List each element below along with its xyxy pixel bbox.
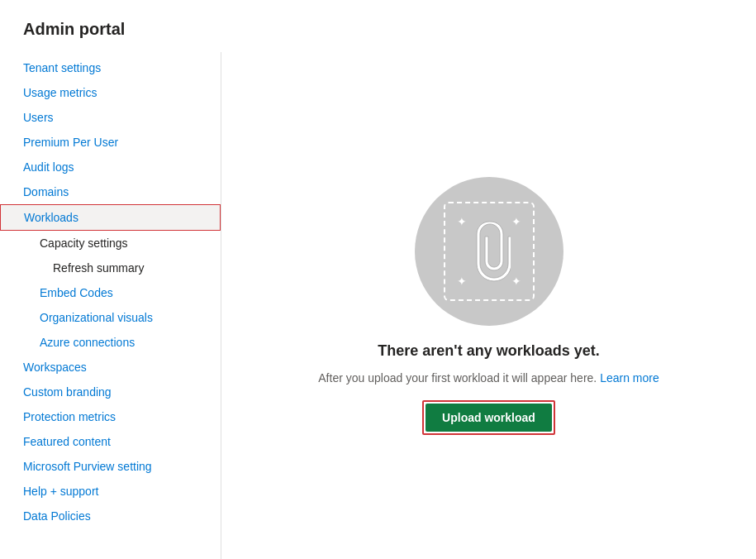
sidebar-item-protection-metrics[interactable]: Protection metrics: [0, 404, 221, 429]
page-title: Admin portal: [0, 0, 756, 52]
upload-workload-button[interactable]: Upload workload: [426, 404, 552, 432]
sidebar-item-capacity-settings[interactable]: Capacity settings: [0, 231, 221, 256]
sidebar-item-workspaces[interactable]: Workspaces: [0, 355, 221, 380]
sidebar-item-featured-content[interactable]: Featured content: [0, 429, 221, 454]
sparkle-bl: ✦: [457, 275, 467, 288]
paperclip-icon: [468, 218, 511, 284]
sparkle-br: ✦: [511, 275, 521, 288]
sidebar-item-audit-logs[interactable]: Audit logs: [0, 155, 221, 179]
learn-more-link[interactable]: Learn more: [600, 371, 659, 385]
sidebar-item-users[interactable]: Users: [0, 105, 221, 130]
main-content: ✦ ✦ ✦ ✦ There aren't any workloads yet. …: [221, 52, 756, 559]
sidebar-item-refresh-summary[interactable]: Refresh summary: [0, 256, 221, 280]
empty-icon-circle: ✦ ✦ ✦ ✦: [415, 177, 563, 326]
empty-state: ✦ ✦ ✦ ✦ There aren't any workloads yet. …: [318, 177, 659, 435]
sidebar-item-data-policies[interactable]: Data Policies: [0, 504, 221, 528]
dashed-box: ✦ ✦ ✦ ✦: [444, 202, 535, 301]
sparkle-tr: ✦: [511, 215, 521, 228]
sidebar-item-custom-branding[interactable]: Custom branding: [0, 380, 221, 404]
sidebar-item-embed-codes[interactable]: Embed Codes: [0, 280, 221, 305]
sidebar-item-usage-metrics[interactable]: Usage metrics: [0, 80, 221, 105]
sidebar-item-tenant-settings[interactable]: Tenant settings: [0, 55, 221, 80]
sidebar-item-organizational-visuals[interactable]: Organizational visuals: [0, 305, 221, 330]
upload-btn-wrapper: Upload workload: [422, 400, 555, 435]
sidebar-item-domains[interactable]: Domains: [0, 179, 221, 204]
sidebar: Tenant settingsUsage metricsUsersPremium…: [0, 52, 221, 559]
sidebar-item-help-support[interactable]: Help + support: [0, 479, 221, 504]
sidebar-item-premium-per-user[interactable]: Premium Per User: [0, 130, 221, 155]
sidebar-item-azure-connections[interactable]: Azure connections: [0, 330, 221, 355]
sidebar-item-microsoft-purview[interactable]: Microsoft Purview setting: [0, 454, 221, 479]
empty-desc: After you upload your first workload it …: [318, 370, 659, 387]
sidebar-item-workloads[interactable]: Workloads: [0, 204, 221, 231]
empty-title: There aren't any workloads yet.: [378, 342, 599, 360]
sparkle-tl: ✦: [457, 215, 467, 228]
